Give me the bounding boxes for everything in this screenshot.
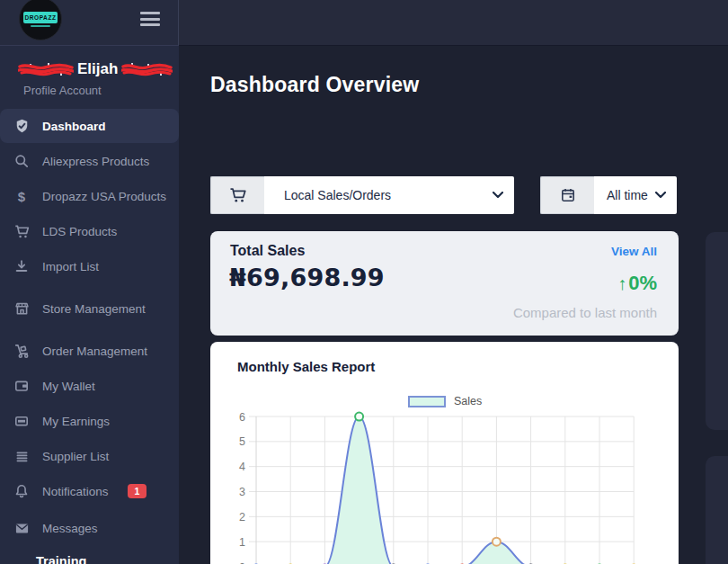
hamburger-menu-icon[interactable] [140,12,160,30]
sidebar-item-label: My Wallet [42,380,95,393]
sidebar-item-label: Supplier List [42,450,109,463]
sales-type-select[interactable]: Local Sales/Orders [264,176,514,214]
total-sales-card: Total Sales View All ₦69,698.99 ↑0% Comp… [210,231,679,336]
sidebar-item-notifications[interactable]: Notifications 1 [0,474,179,508]
monthly-sales-chart: 6543210 [210,342,679,564]
sidebar-item-store-management[interactable]: Store Management [0,291,179,326]
page-title: Dashboard Overview [210,73,419,97]
brand-logo-text: DROPAZZ [23,12,58,23]
wallet-icon [13,379,31,393]
chevron-down-icon [655,192,666,199]
app-screen: DROPAZZ Elijah Profile Account [0,0,728,564]
sidebar-item-label: Order Management [42,345,147,358]
svg-text:6: 6 [239,411,245,424]
next-card-peek [706,232,728,430]
credit-card-icon [13,414,31,428]
trend-up-arrow-icon: ↑ [617,273,626,293]
dollar-icon: $ [13,189,31,204]
calendar-icon [540,176,594,214]
time-range-filter: All time [540,176,677,214]
notifications-badge: 1 [128,484,147,499]
brand-logo-tagline [31,25,50,27]
sidebar-item-label: Dashboard [42,120,106,133]
svg-text:1: 1 [239,536,245,549]
total-sales-title: Total Sales [230,243,305,259]
sidebar-item-label: Import List [42,260,99,273]
sidebar-item-label: LDS Products [42,225,117,238]
sidebar-item-import-list[interactable]: Import List [0,249,179,283]
view-all-link[interactable]: View All [611,245,657,258]
cart-icon [13,224,31,239]
sidebar-item-dashboard[interactable]: Dashboard [0,109,179,143]
sidebar-item-label: Messages [42,522,98,535]
svg-text:0: 0 [239,561,245,564]
cart-icon [210,176,264,214]
sidebar-item-label: Training [36,554,86,564]
storefront-icon [13,301,31,317]
compare-text: Compared to last month [513,305,657,320]
redaction-mark [121,62,173,76]
shield-check-icon [13,119,31,134]
profile-name: Elijah [18,60,173,78]
sales-type-selected-value: Local Sales/Orders [284,188,391,202]
envelope-icon [13,521,31,536]
sidebar-item-lds-products[interactable]: LDS Products [0,214,179,248]
next-card-peek [706,456,728,564]
hand-truck-icon [13,344,31,359]
sidebar-item-messages[interactable]: Messages [0,511,179,545]
svg-text:4: 4 [239,461,245,473]
time-range-select[interactable]: All time [594,176,677,214]
top-navbar [179,0,728,46]
sidebar: Elijah Profile Account Dashboard Aliexpr… [0,46,179,564]
sales-type-filter: Local Sales/Orders [210,176,514,214]
sidebar-item-label: My Earnings [42,415,110,428]
sidebar-item-label: Aliexpress Products [42,155,149,168]
sidebar-item-my-earnings[interactable]: My Earnings [0,404,179,438]
sidebar-item-label: Notifications [42,485,109,498]
chevron-down-icon [493,192,503,199]
search-icon [13,154,31,168]
trend-value: 0% [628,272,657,294]
monthly-sales-card: Monthly Sales Report Sales 6543210 [210,342,679,564]
trend-indicator: ↑0% [617,272,657,295]
main-content: Dashboard Overview Local Sales/Orders Al… [179,46,728,564]
time-range-selected-value: All time [607,188,648,202]
download-icon [13,259,31,273]
svg-text:3: 3 [239,486,245,498]
sidebar-item-my-wallet[interactable]: My Wallet [0,369,179,403]
profile-account-label: Profile Account [23,84,102,97]
bell-icon [13,484,31,498]
sidebar-item-supplier-list[interactable]: Supplier List [0,439,179,473]
redaction-mark [18,62,74,76]
sidebar-item-aliexpress-products[interactable]: Aliexpress Products [0,144,179,178]
sidebar-item-label: Dropazz USA Products [42,190,166,203]
sidebar-header: DROPAZZ [0,0,179,46]
svg-text:2: 2 [239,511,245,524]
sidebar-item-order-management[interactable]: Order Management [0,334,179,368]
total-sales-amount: ₦69,698.99 [229,264,385,291]
svg-text:5: 5 [239,435,245,448]
brand-logo[interactable]: DROPAZZ [19,0,62,40]
list-icon [13,450,31,463]
sidebar-item-dropazz-usa-products[interactable]: $ Dropazz USA Products [0,179,179,213]
sidebar-item-training[interactable]: Training [0,544,179,564]
profile-name-visible: Elijah [77,60,118,78]
sidebar-item-label: Store Management [42,302,146,316]
